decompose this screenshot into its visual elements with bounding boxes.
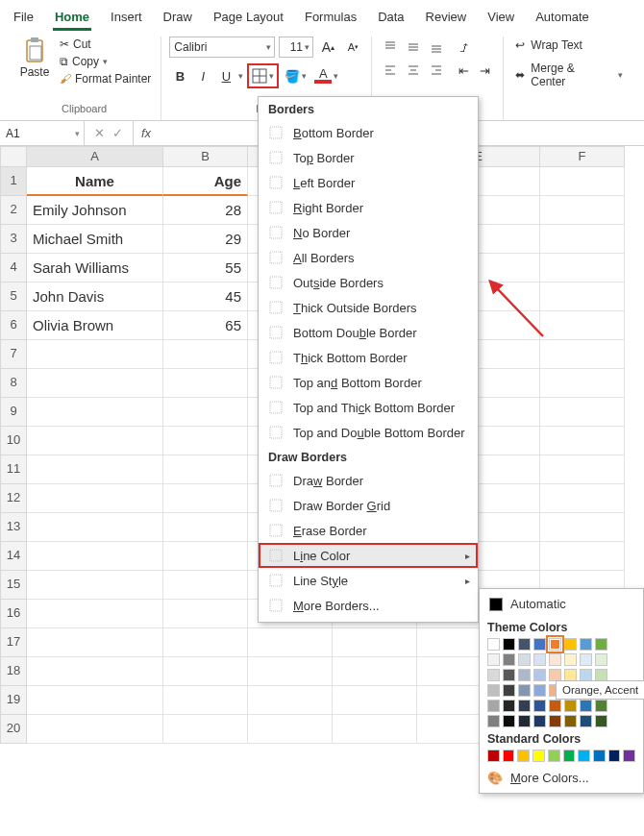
- tab-page-layout[interactable]: Page Layout: [211, 6, 285, 31]
- color-swatch[interactable]: [503, 638, 515, 651]
- bold-button[interactable]: B: [169, 65, 190, 86]
- cell[interactable]: [333, 628, 417, 657]
- color-swatch[interactable]: [533, 700, 546, 712]
- cell[interactable]: [540, 167, 625, 196]
- tab-home[interactable]: Home: [53, 6, 91, 31]
- cell[interactable]: [163, 600, 248, 628]
- color-swatch[interactable]: [564, 700, 577, 712]
- menu-item-thick-bottom[interactable]: Thick Bottom Border: [259, 345, 478, 370]
- color-swatch[interactable]: [518, 715, 531, 727]
- color-swatch[interactable]: [487, 669, 500, 681]
- cell[interactable]: [540, 311, 625, 340]
- color-swatch[interactable]: [503, 700, 515, 712]
- color-swatch[interactable]: [503, 715, 515, 727]
- tab-automate[interactable]: Automate: [533, 6, 591, 31]
- menu-item-draw-grid[interactable]: Draw Border Grid: [259, 493, 478, 518]
- menu-item-bottom-double[interactable]: Bottom Double Border: [259, 320, 478, 345]
- cell[interactable]: [163, 340, 248, 369]
- color-swatch[interactable]: [487, 638, 500, 651]
- color-swatch[interactable]: [518, 638, 531, 651]
- color-swatch[interactable]: [487, 653, 500, 666]
- chevron-down-icon[interactable]: ▾: [101, 57, 110, 66]
- menu-item-all[interactable]: All Borders: [259, 245, 478, 270]
- color-swatch[interactable]: [580, 653, 592, 666]
- row-header[interactable]: 5: [0, 283, 27, 311]
- color-swatch[interactable]: [487, 750, 500, 762]
- color-swatch[interactable]: [533, 653, 546, 666]
- cell[interactable]: 28: [163, 196, 248, 225]
- color-swatch[interactable]: [518, 653, 531, 666]
- cell[interactable]: 29: [163, 225, 248, 254]
- cell[interactable]: [27, 513, 163, 542]
- cut-button[interactable]: ✂ Cut: [58, 37, 153, 52]
- color-swatch[interactable]: [503, 669, 515, 681]
- chevron-down-icon[interactable]: ▾: [267, 71, 276, 81]
- cell[interactable]: [163, 715, 248, 744]
- row-header[interactable]: 12: [0, 484, 27, 513]
- select-all-corner[interactable]: [0, 146, 27, 167]
- row-header[interactable]: 15: [0, 571, 27, 600]
- color-swatch[interactable]: [563, 750, 576, 762]
- color-swatch[interactable]: [533, 638, 546, 651]
- cell[interactable]: [27, 340, 163, 369]
- color-swatch[interactable]: [564, 638, 577, 651]
- tab-view[interactable]: View: [485, 6, 516, 31]
- color-swatch[interactable]: [595, 715, 607, 727]
- cell[interactable]: Emily Johnson: [27, 196, 163, 225]
- color-swatch[interactable]: [580, 715, 592, 727]
- row-header[interactable]: 18: [0, 657, 27, 686]
- menu-item-top[interactable]: Top Border: [259, 145, 478, 170]
- cell[interactable]: [540, 427, 625, 455]
- color-swatch[interactable]: [549, 715, 561, 727]
- color-swatch[interactable]: [564, 715, 577, 727]
- cell[interactable]: 55: [163, 254, 248, 283]
- chevron-down-icon[interactable]: ▾: [616, 70, 625, 80]
- copy-button[interactable]: ⧉ Copy ▾: [58, 54, 153, 69]
- color-swatch[interactable]: [533, 669, 546, 681]
- cell[interactable]: [540, 484, 625, 513]
- cell[interactable]: [540, 398, 625, 427]
- chevron-down-icon[interactable]: ▾: [332, 71, 340, 81]
- cell[interactable]: [27, 484, 163, 513]
- menu-item-draw[interactable]: Draw Border: [259, 468, 478, 493]
- cell[interactable]: Michael Smith: [27, 225, 163, 254]
- cell[interactable]: [163, 369, 248, 398]
- cell[interactable]: [27, 542, 163, 571]
- align-right-button[interactable]: [426, 60, 447, 81]
- decrease-indent-button[interactable]: ⇤: [453, 60, 474, 81]
- color-swatch[interactable]: [518, 700, 531, 712]
- cell[interactable]: [163, 686, 248, 715]
- menu-item-top-bottom[interactable]: Top and Bottom Border: [259, 370, 478, 395]
- cell[interactable]: John Davis: [27, 283, 163, 311]
- color-swatch[interactable]: [580, 700, 592, 712]
- more-colors[interactable]: 🎨More Colors...: [487, 765, 635, 785]
- cell[interactable]: [163, 484, 248, 513]
- color-swatch[interactable]: [595, 653, 607, 666]
- menu-item-right[interactable]: Right Border: [259, 195, 478, 220]
- row-header[interactable]: 11: [0, 455, 27, 484]
- row-header[interactable]: 4: [0, 254, 27, 283]
- tab-insert[interactable]: Insert: [109, 6, 144, 31]
- cell[interactable]: [163, 628, 248, 657]
- cell[interactable]: [248, 657, 333, 686]
- cell[interactable]: [27, 657, 163, 686]
- row-header[interactable]: 13: [0, 513, 27, 542]
- cell[interactable]: [540, 283, 625, 311]
- fill-color-button[interactable]: 🪣: [285, 69, 300, 84]
- align-top-button[interactable]: [380, 37, 401, 58]
- cancel-icon[interactable]: ✕: [94, 126, 105, 140]
- cell[interactable]: [27, 369, 163, 398]
- wrap-text-button[interactable]: ↩ Wrap Text: [511, 37, 629, 54]
- row-header[interactable]: 7: [0, 340, 27, 369]
- cell[interactable]: [27, 427, 163, 455]
- chevron-down-icon[interactable]: ▾: [236, 71, 245, 81]
- color-swatch[interactable]: [503, 684, 515, 697]
- row-header[interactable]: 17: [0, 628, 27, 657]
- color-swatch[interactable]: [608, 750, 621, 762]
- row-header[interactable]: 10: [0, 427, 27, 455]
- cell[interactable]: [540, 254, 625, 283]
- cell[interactable]: [27, 571, 163, 600]
- tab-formulas[interactable]: Formulas: [303, 6, 359, 31]
- cell[interactable]: Name: [27, 167, 163, 196]
- color-swatch[interactable]: [549, 638, 561, 651]
